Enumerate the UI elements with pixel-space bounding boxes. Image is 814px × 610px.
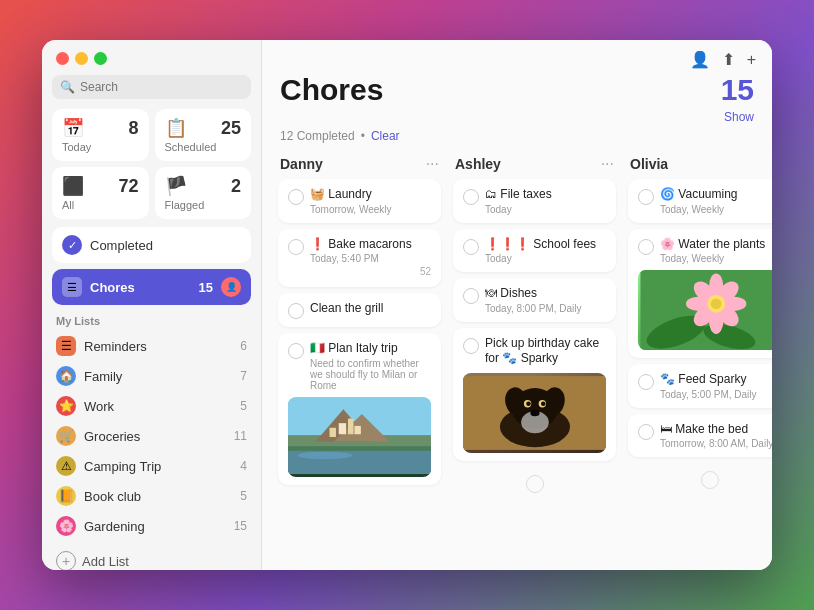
share-icon[interactable]: ⬆ bbox=[722, 50, 735, 69]
today-icon: 📅 bbox=[62, 117, 84, 139]
stat-all[interactable]: ⬛ 72 All bbox=[52, 167, 149, 219]
gardening-label: Gardening bbox=[84, 519, 226, 534]
olivia-header: Olivia ··· bbox=[628, 151, 772, 179]
task-content: 🌸 Water the plants Today, Weekly bbox=[660, 237, 772, 265]
task-vacuuming[interactable]: 🌀 Vacuuming Today, Weekly bbox=[628, 179, 772, 223]
fullscreen-button[interactable] bbox=[94, 52, 107, 65]
task-title: 🗂 File taxes bbox=[485, 187, 606, 203]
task-water-plants[interactable]: 🌸 Water the plants Today, Weekly bbox=[628, 229, 772, 359]
task-clean-grill[interactable]: Clean the grill bbox=[278, 293, 441, 327]
task-circle bbox=[638, 239, 654, 255]
completed-check-icon: ✓ bbox=[62, 235, 82, 255]
family-count: 7 bbox=[240, 369, 247, 383]
svg-rect-7 bbox=[354, 426, 360, 434]
minimize-button[interactable] bbox=[75, 52, 88, 65]
stat-scheduled[interactable]: 📋 25 Scheduled bbox=[155, 109, 252, 161]
column-danny: Danny ··· 🧺 Laundry Tomorrow, Weekly bbox=[272, 151, 447, 570]
task-title: Pick up birthday cake for 🐾 Sparky bbox=[485, 336, 606, 367]
task-circle bbox=[463, 288, 479, 304]
sidebar-item-gardening[interactable]: 🌸 Gardening 15 bbox=[42, 511, 261, 541]
traffic-lights bbox=[42, 52, 261, 75]
stat-flagged[interactable]: 🏴 2 Flagged bbox=[155, 167, 252, 219]
task-italy[interactable]: 🇮🇹 Plan Italy trip Need to confirm wheth… bbox=[278, 333, 441, 485]
page-title: Chores bbox=[280, 73, 383, 107]
italy-image bbox=[288, 397, 431, 477]
task-circle bbox=[463, 189, 479, 205]
olivia-title: Olivia bbox=[630, 156, 668, 172]
add-list-icon: + bbox=[56, 551, 76, 570]
completed-row[interactable]: ✓ Completed bbox=[52, 227, 251, 263]
sidebar-item-bookclub[interactable]: 📙 Book club 5 bbox=[42, 481, 261, 511]
chores-avatar: 👤 bbox=[221, 277, 241, 297]
sidebar-item-family[interactable]: 🏠 Family 7 bbox=[42, 361, 261, 391]
danny-header: Danny ··· bbox=[278, 151, 441, 179]
search-bar[interactable]: 🔍 bbox=[52, 75, 251, 99]
task-bake[interactable]: ❗ Bake macarons Today, 5:40 PM 52 bbox=[278, 229, 441, 288]
work-icon: ⭐ bbox=[56, 396, 76, 416]
task-title: 🇮🇹 Plan Italy trip bbox=[310, 341, 431, 357]
chores-row[interactable]: ☰ Chores 15 👤 bbox=[52, 269, 251, 305]
ashley-bottom-circle bbox=[453, 471, 616, 497]
task-subtitle: Need to confirm whether we should fly to… bbox=[310, 358, 431, 391]
camping-count: 4 bbox=[240, 459, 247, 473]
camping-icon: ⚠ bbox=[56, 456, 76, 476]
search-input[interactable] bbox=[80, 80, 243, 94]
stats-grid: 📅 8 Today 📋 25 Scheduled ⬛ 72 All bbox=[42, 109, 261, 227]
task-content: 🇮🇹 Plan Italy trip Need to confirm wheth… bbox=[310, 341, 431, 391]
ashley-menu-icon[interactable]: ··· bbox=[601, 155, 614, 173]
svg-point-37 bbox=[711, 299, 722, 310]
olivia-bottom-circle bbox=[628, 467, 772, 493]
task-dishes[interactable]: 🍽 Dishes Today, 8:00 PM, Daily bbox=[453, 278, 616, 322]
svg-rect-6 bbox=[348, 418, 354, 434]
stat-today[interactable]: 📅 8 Today bbox=[52, 109, 149, 161]
sidebar-item-camping[interactable]: ⚠ Camping Trip 4 bbox=[42, 451, 261, 481]
task-content: Pick up birthday cake for 🐾 Sparky bbox=[485, 336, 606, 367]
add-icon[interactable]: + bbox=[747, 51, 756, 69]
task-content: ❗❗❗ School fees Today bbox=[485, 237, 606, 265]
today-label: Today bbox=[62, 141, 139, 153]
task-title: 🐾 Feed Sparky bbox=[660, 372, 772, 388]
my-lists-header: My Lists bbox=[42, 305, 261, 331]
main-content: 👤 ⬆ + Chores 15 Show 12 Completed • Clea… bbox=[262, 40, 772, 570]
column-ashley: Ashley ··· 🗂 File taxes Today bbox=[447, 151, 622, 570]
task-make-bed[interactable]: 🛏 Make the bed Tomorrow, 8:00 AM, Daily bbox=[628, 414, 772, 458]
camping-label: Camping Trip bbox=[84, 459, 232, 474]
today-count: 8 bbox=[128, 118, 138, 139]
flagged-label: Flagged bbox=[165, 199, 242, 211]
add-list-row[interactable]: + Add List bbox=[42, 545, 261, 570]
task-file-taxes[interactable]: 🗂 File taxes Today bbox=[453, 179, 616, 223]
task-subtitle: Today, 5:00 PM, Daily bbox=[660, 389, 772, 400]
task-content: 🗂 File taxes Today bbox=[485, 187, 606, 215]
reminders-icon: ☰ bbox=[56, 336, 76, 356]
task-content: 🐾 Feed Sparky Today, 5:00 PM, Daily bbox=[660, 372, 772, 400]
all-count: 72 bbox=[118, 176, 138, 197]
dot-separator: • bbox=[361, 129, 365, 143]
clear-button[interactable]: Clear bbox=[371, 129, 400, 143]
main-header: Chores 15 Show bbox=[262, 73, 772, 129]
task-circle bbox=[463, 239, 479, 255]
task-subtitle: Tomorrow, 8:00 AM, Daily bbox=[660, 438, 772, 449]
sidebar: 🔍 📅 8 Today 📋 25 Scheduled ⬛ bbox=[42, 40, 262, 570]
svg-rect-5 bbox=[339, 423, 346, 434]
sidebar-item-work[interactable]: ⭐ Work 5 bbox=[42, 391, 261, 421]
sidebar-item-reminders[interactable]: ☰ Reminders 6 bbox=[42, 331, 261, 361]
chores-count: 15 bbox=[199, 280, 213, 295]
ashley-header: Ashley ··· bbox=[453, 151, 616, 179]
task-title: 🧺 Laundry bbox=[310, 187, 431, 203]
reminders-count: 6 bbox=[240, 339, 247, 353]
reminders-label: Reminders bbox=[84, 339, 232, 354]
show-button[interactable]: Show bbox=[724, 110, 754, 124]
task-birthday-cake[interactable]: Pick up birthday cake for 🐾 Sparky bbox=[453, 328, 616, 461]
gardening-icon: 🌸 bbox=[56, 516, 76, 536]
all-label: All bbox=[62, 199, 139, 211]
task-school-fees[interactable]: ❗❗❗ School fees Today bbox=[453, 229, 616, 273]
task-laundry[interactable]: 🧺 Laundry Tomorrow, Weekly bbox=[278, 179, 441, 223]
person-icon[interactable]: 👤 bbox=[690, 50, 710, 69]
close-button[interactable] bbox=[56, 52, 69, 65]
search-icon: 🔍 bbox=[60, 80, 75, 94]
task-circle bbox=[288, 303, 304, 319]
work-count: 5 bbox=[240, 399, 247, 413]
sidebar-item-groceries[interactable]: 🛒 Groceries 11 bbox=[42, 421, 261, 451]
task-feed-sparky[interactable]: 🐾 Feed Sparky Today, 5:00 PM, Daily bbox=[628, 364, 772, 408]
danny-menu-icon[interactable]: ··· bbox=[426, 155, 439, 173]
